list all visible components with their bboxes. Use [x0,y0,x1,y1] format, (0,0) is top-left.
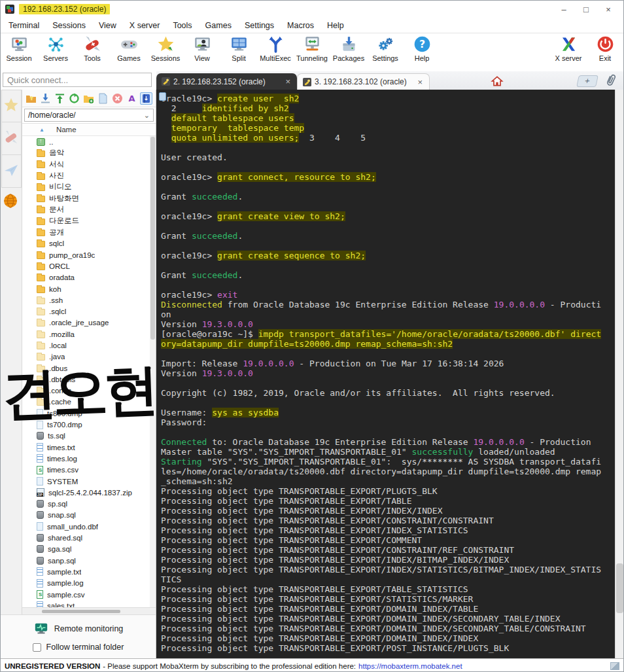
list-item[interactable]: 사진 [37,170,150,181]
list-item[interactable]: ts.sql [37,431,150,442]
follow-terminal-folder-row[interactable]: Follow terminal folder [1,639,156,656]
list-item[interactable]: pump_ora19c [37,249,150,260]
tab-close-icon[interactable]: × [416,77,424,87]
list-item[interactable]: times.csv [37,465,150,476]
strip-button-paperplane-icon[interactable] [1,155,22,188]
tab-close-icon[interactable]: × [284,77,292,86]
list-item[interactable]: 다운로드 [37,215,150,226]
refresh-icon[interactable] [68,92,80,105]
remote-monitoring-button[interactable]: Remote monitoring [1,619,156,639]
delete-icon[interactable] [111,92,124,105]
list-item[interactable]: .oracle_jre_usage [37,317,150,328]
follow-icon[interactable] [140,92,152,105]
list-item[interactable]: sqlcl [37,238,150,249]
strip-button-knife-icon[interactable] [1,122,22,155]
toolbar-multiexec-button[interactable]: MultiExec [257,35,294,62]
list-item[interactable]: small_undo.dbf [37,521,150,532]
new-tab-button[interactable]: + [576,75,598,87]
list-item[interactable]: times.txt [37,442,150,453]
toolbar-session-button[interactable]: Session [1,35,37,62]
toolbar-help-button[interactable]: ?Help [404,35,440,62]
list-item[interactable]: ts700.dmp [37,419,150,430]
list-item[interactable]: sample.txt [37,566,150,577]
list-item[interactable]: .cache [37,397,150,408]
menu-item-games[interactable]: Games [199,19,238,32]
upload-icon[interactable] [54,92,66,105]
list-item[interactable]: .dbus [37,363,150,374]
list-item[interactable]: sp.sql [37,499,150,510]
new-file-icon[interactable] [97,92,109,105]
follow-terminal-checkbox[interactable] [33,643,41,652]
toolbar-exit-button[interactable]: Exit [587,35,623,62]
file-list-scrollbar[interactable] [150,136,156,607]
list-item[interactable]: 문서 [37,204,150,215]
maximize-button[interactable]: □ [575,5,597,14]
tab-3-192-168-23-102-oracle[interactable]: 3. 192.168.23.102 (oracle)× [297,73,430,90]
toolbar-split-button[interactable]: Split [220,35,257,62]
list-item[interactable]: shared.sql [37,532,150,543]
menu-item-terminal[interactable]: Terminal [2,19,46,32]
toolbar-x-server-button[interactable]: X server [550,35,587,62]
strip-button-star-icon[interactable] [1,90,22,122]
list-item[interactable]: ORCL [37,260,150,272]
list-item[interactable]: koh [37,283,150,294]
list-item[interactable]: SYSTEM [37,476,150,487]
list-item[interactable]: .config [37,385,150,397]
list-item[interactable]: 서식 [37,159,150,170]
list-item[interactable]: .sqlcl [37,306,150,317]
resize-grip[interactable] [610,662,619,670]
toolbar-settings-button[interactable]: Settings [367,35,404,62]
list-item[interactable]: 음악 [37,147,150,158]
minimize-button[interactable]: – [553,5,575,14]
menu-item-tools[interactable]: Tools [166,19,198,32]
list-item[interactable]: .ssh [37,294,150,306]
toolbar-sessions-button[interactable]: Sessions [147,35,184,62]
download-icon[interactable] [39,92,52,105]
file-list-hscrollbar[interactable] [22,607,156,614]
terminal-indicator-icon[interactable] [159,92,166,101]
list-item[interactable]: 비디오 [37,181,150,192]
menu-item-sessions[interactable]: Sessions [46,19,92,32]
list-item[interactable]: ts800.dmp [37,408,150,419]
list-item[interactable]: .. [37,136,150,147]
list-item[interactable]: 바탕화면 [37,192,150,203]
menu-item-view[interactable]: View [92,19,123,32]
menu-item-settings[interactable]: Settings [238,19,281,32]
list-item[interactable]: 공개 [37,226,150,238]
name-column-header[interactable]: ▲ Name [22,124,156,136]
list-item[interactable]: .local [37,340,150,351]
list-item[interactable]: oradata [37,272,150,283]
path-dropdown[interactable]: /home/oracle/ ⌄ [24,109,154,122]
folder-up-icon[interactable] [25,92,37,105]
toolbar-tunneling-button[interactable]: Tunneling [294,35,330,62]
quick-connect-input[interactable] [3,73,152,87]
mobatek-link[interactable]: https://mobaxterm.mobatek.net [358,662,462,670]
list-item[interactable]: sga.sql [37,544,150,555]
tab-2-192-168-23-152-oracle[interactable]: 2. 192.168.23.152 (oracle)× [156,73,297,90]
terminal-scrollbar[interactable] [615,90,623,658]
list-item[interactable]: sample.csv [37,589,150,600]
list-item[interactable]: sqlcl-25.4.2.044.1837.zip [37,487,150,498]
list-item[interactable]: sample.log [37,578,150,589]
list-item[interactable]: sales.txt [37,600,150,607]
paperclip-icon[interactable] [604,73,618,88]
toolbar-tools-button[interactable]: Tools [74,35,111,62]
home-icon[interactable] [490,75,504,88]
close-button[interactable]: × [597,5,619,14]
list-item[interactable]: sanp.sql [37,555,150,566]
menu-item-macros[interactable]: Macros [281,19,321,32]
toolbar-games-button[interactable]: Games [111,35,147,62]
rename-icon[interactable]: A [126,92,138,105]
list-item[interactable]: times.log [37,453,150,464]
toolbar-view-button[interactable]: View [184,35,220,62]
terminal[interactable]: oracle19c> create user sh2 2 identified … [156,90,623,658]
toolbar-servers-button[interactable]: Servers [37,35,74,62]
new-folder-icon[interactable] [82,92,95,105]
menu-item-help[interactable]: Help [321,19,351,32]
list-item[interactable]: snap.sql [37,510,150,521]
list-item[interactable]: .mozilla [37,328,150,340]
globe-icon[interactable] [3,193,20,210]
menu-item-x-server[interactable]: X server [123,19,167,32]
list-item[interactable]: .java [37,351,150,363]
toolbar-packages-button[interactable]: Packages [330,35,367,62]
